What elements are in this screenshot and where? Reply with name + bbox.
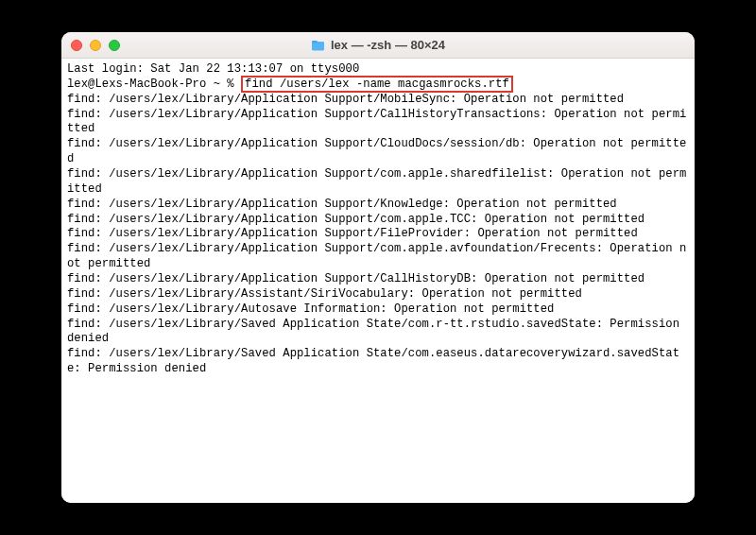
close-button[interactable] [71, 40, 82, 51]
output-line: find: /users/lex/Library/Application Sup… [67, 227, 689, 242]
window-title-text: lex — -zsh — 80×24 [331, 38, 445, 52]
output-line: find: /users/lex/Library/Saved Applicati… [67, 318, 689, 348]
folder-icon [311, 40, 325, 51]
output-line: find: /users/lex/Library/Application Sup… [67, 167, 689, 198]
terminal-window: lex — -zsh — 80×24 Last login: Sat Jan 2… [61, 32, 695, 503]
minimize-button[interactable] [90, 40, 101, 51]
output-line: find: /users/lex/Library/Autosave Inform… [67, 302, 689, 318]
window-title: lex — -zsh — 80×24 [61, 38, 695, 52]
highlighted-command: find /users/lex -name macgasmrocks.rtf [241, 76, 513, 93]
output-line: find: /users/lex/Library/Assistant/SiriV… [67, 287, 689, 302]
output-line: find: /users/lex/Library/Saved Applicati… [67, 347, 689, 377]
shell-prompt: lex@Lexs-MacBook-Pro ~ % [67, 78, 241, 91]
output-line: find: /users/lex/Library/Application Sup… [67, 93, 689, 108]
terminal-body[interactable]: Last login: Sat Jan 22 13:13:07 on ttys0… [61, 59, 695, 503]
terminal-output[interactable]: Last login: Sat Jan 22 13:13:07 on ttys0… [67, 62, 689, 377]
output-line: find: /users/lex/Library/Application Sup… [67, 198, 689, 213]
titlebar[interactable]: lex — -zsh — 80×24 [61, 32, 695, 59]
traffic-lights [71, 40, 120, 51]
output-line: find: /users/lex/Library/Application Sup… [67, 108, 689, 138]
output-line: find: /users/lex/Library/Application Sup… [67, 242, 689, 272]
output-line: find: /users/lex/Library/Application Sup… [67, 272, 689, 287]
output-line: find: /users/lex/Library/Application Sup… [67, 213, 689, 228]
output-line: find: /users/lex/Library/Application Sup… [67, 137, 689, 167]
prompt-line: lex@Lexs-MacBook-Pro ~ % find /users/lex… [67, 78, 689, 93]
maximize-button[interactable] [109, 40, 120, 51]
